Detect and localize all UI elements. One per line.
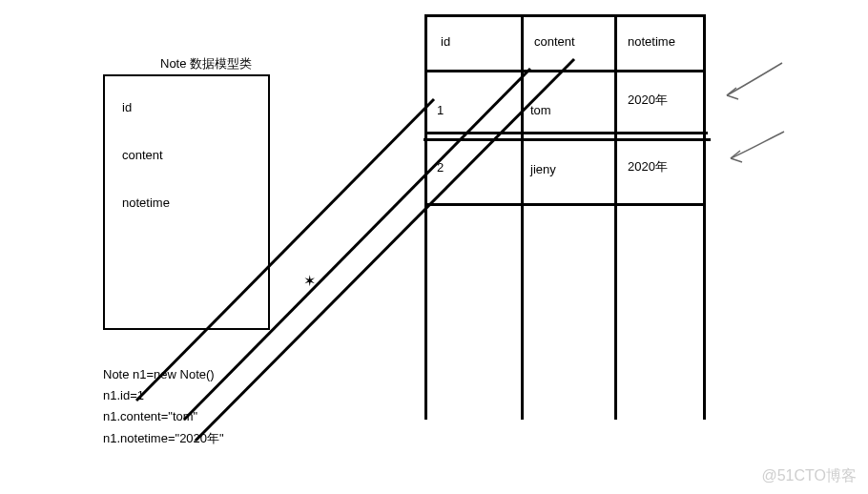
data-table: id content notetime 1 tom 2020年 2 jieny … <box>424 14 706 420</box>
table-row1-divider-b <box>424 138 711 141</box>
cross-marker-icon: ✶ <box>303 272 316 290</box>
table-header-id: id <box>441 34 450 49</box>
code-line-2: n1.id=1 <box>103 388 144 402</box>
table-header-divider <box>427 70 703 72</box>
table-row1-divider-a <box>425 132 708 134</box>
table-header-content: content <box>534 34 575 49</box>
table-cell-r1-content: tom <box>530 103 551 117</box>
code-line-3: n1.content="tom" <box>103 409 197 423</box>
code-line-1: Note n1=new Note() <box>103 367 215 381</box>
table-cell-r2-notetime: 2020年 <box>628 158 668 175</box>
table-cell-r2-id: 2 <box>437 160 444 175</box>
class-field-notetime: notetime <box>122 196 170 210</box>
table-vline-1 <box>521 17 524 420</box>
code-line-4: n1.notetime="2020年" <box>103 430 224 447</box>
class-field-id: id <box>122 100 132 114</box>
class-box-title: Note 数据模型类 <box>160 55 252 72</box>
table-header-notetime: notetime <box>628 34 675 49</box>
table-row2-divider <box>427 203 703 206</box>
watermark-text: @51CTO博客 <box>761 466 857 486</box>
table-cell-r1-notetime: 2020年 <box>628 92 668 109</box>
table-cell-r1-id: 1 <box>437 103 444 117</box>
table-cell-r2-content: jieny <box>530 162 556 176</box>
table-vline-2 <box>614 17 617 420</box>
class-field-content: content <box>122 148 163 162</box>
